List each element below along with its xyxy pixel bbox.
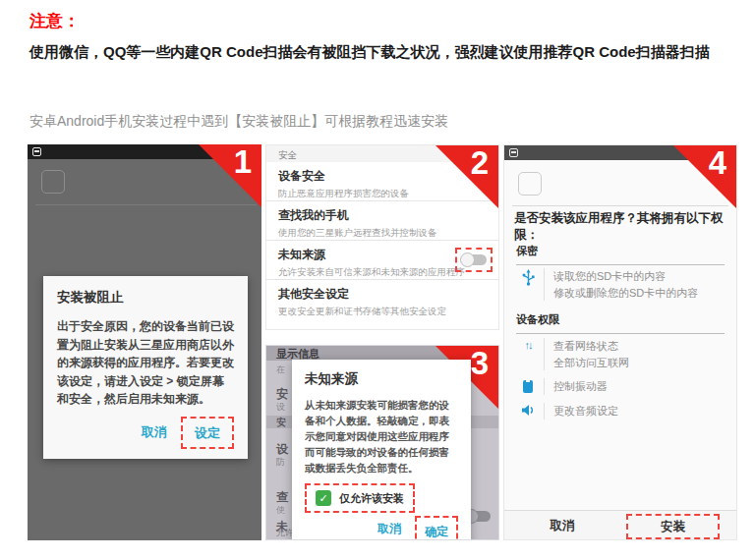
network-arrows-icon: ↑↓ — [516, 338, 540, 370]
tutorial-page: 注意： 使用微信，QQ等一些内建QR Code扫描会有被阻挡下载之状况，强烈建议… — [0, 0, 754, 560]
speaker-icon — [516, 403, 540, 420]
screenshot-step2: 安全 设备安全 防止恶意应用程序损害您的设备 查找我的手机 使用您的三星账户远程… — [265, 144, 499, 330]
settings-button[interactable]: 设定 — [195, 425, 220, 440]
permission-row-vibrate: 控制振动器 — [516, 378, 728, 395]
notification-icon — [32, 147, 41, 156]
ok-button-highlight[interactable]: 确定 — [415, 516, 458, 540]
dialog-body: 从未知来源安装可能损害您的设备和个人数据。轻敲确定，即表示您同意对因使用这些应用… — [305, 397, 458, 476]
notification-icon — [509, 148, 518, 157]
unknown-sources-toggle[interactable] — [461, 253, 487, 266]
screenshot-step3: 显示信息 在 安 设 安 设 防 查 使 未 允许安装来自可信来源和未知来源的应… — [265, 345, 499, 540]
permission-label: 修改或删除您的SD卡中的内容 — [553, 285, 698, 302]
device-access-section-heading: 设备权限 — [516, 312, 725, 334]
install-button-highlight[interactable]: 安装 — [626, 514, 720, 539]
usb-icon — [516, 268, 540, 301]
dialog-title: 未知来源 — [305, 370, 458, 388]
permission-label: 控制振动器 — [553, 378, 608, 395]
permission-label: 全部访问互联网 — [553, 355, 629, 371]
cancel-button[interactable]: 取消 — [370, 515, 409, 540]
vibration-icon — [516, 378, 540, 395]
step-number-badge: 2 — [471, 146, 489, 179]
settings-button-highlight[interactable]: 设定 — [181, 417, 234, 449]
dialog-body: 出于安全原因，您的设备当前已设置为阻止安装从三星应用商店以外的来源获得的应用程序… — [57, 317, 234, 409]
step-number-badge: 4 — [709, 146, 726, 179]
install-button[interactable]: 安装 — [620, 511, 736, 540]
checkbox-label: 仅允许该安装 — [339, 491, 404, 506]
dimmed-text: 使 — [276, 504, 285, 517]
step-corner-ribbon — [199, 144, 261, 207]
dimmed-text: 设 — [276, 401, 285, 414]
permission-label: 读取您的SD卡中的内容 — [553, 268, 698, 285]
ok-button[interactable]: 确定 — [425, 525, 448, 538]
notice-title: 注意： — [29, 10, 80, 32]
install-blocked-dialog: 安装被阻止 出于安全原因，您的设备当前已设置为阻止安装从三星应用商店以外的来源获… — [43, 276, 248, 459]
permission-label: 查看网络状态 — [553, 338, 629, 355]
security-section-header: 安全 — [278, 149, 297, 162]
unknown-sources-toggle-highlight[interactable] — [455, 248, 493, 272]
privacy-section-heading: 保密 — [516, 244, 725, 265]
app-icon-placeholder — [518, 172, 542, 196]
app-icon-placeholder — [41, 170, 65, 194]
checkbox-checked-icon[interactable]: ✓ — [316, 490, 331, 506]
list-item-other-security[interactable]: 其他安全设定 更改安全更新和证书存储等其他安全设定 — [266, 280, 498, 319]
list-item-unknown-sources[interactable]: 未知来源 允许安装来自可信来源和未知来源的应用程序 — [266, 241, 498, 280]
cancel-button[interactable]: 取消 — [504, 511, 620, 540]
notice-subtitle: 安卓Android手机安装过程中遇到【安装被阻止】可根据教程迅速安装 — [29, 113, 448, 131]
cancel-button[interactable]: 取消 — [132, 418, 177, 447]
notice-body: 使用微信，QQ等一些内建QR Code扫描会有被阻挡下载之状况，强烈建议使用推荐… — [29, 39, 731, 65]
dimmed-text: 防 — [276, 456, 285, 469]
step-corner-ribbon — [435, 145, 498, 208]
screenshot-step1: 1 4G 7 安装被阻止 出于安全原因，您的设备当前已设置为阻止安装从三星应用商… — [28, 144, 261, 540]
install-question: 是否安装该应用程序？其将拥有以下权限： — [514, 210, 730, 244]
step-number-badge: 1 — [234, 145, 252, 178]
permission-row-audio: 更改音频设定 — [516, 403, 728, 420]
dimmed-text: 在 — [276, 364, 285, 376]
dialog-button-bar: 取消 安装 — [504, 510, 736, 540]
step-corner-ribbon — [673, 145, 736, 208]
permission-row-sdcard: 读取您的SD卡中的内容 修改或删除您的SD卡中的内容 — [516, 268, 728, 301]
permission-row-network: ↑↓ 查看网络状态 全部访问互联网 — [516, 338, 728, 370]
dialog-title: 安装被阻止 — [57, 289, 234, 307]
allow-once-checkbox-highlight[interactable]: ✓ 仅允许该安装 — [305, 483, 415, 513]
screenshot-step4: 1 4G 7 是否安装该应用程序？其将拥有以下权限： 保密 读取您的SD卡中的内… — [503, 144, 737, 540]
step-number-badge: 3 — [471, 347, 489, 379]
unknown-sources-dialog: 未知来源 从未知来源安装可能损害您的设备和个人数据。轻敲确定，即表示您同意对因使… — [292, 360, 471, 540]
permission-label: 更改音频设定 — [553, 403, 618, 420]
